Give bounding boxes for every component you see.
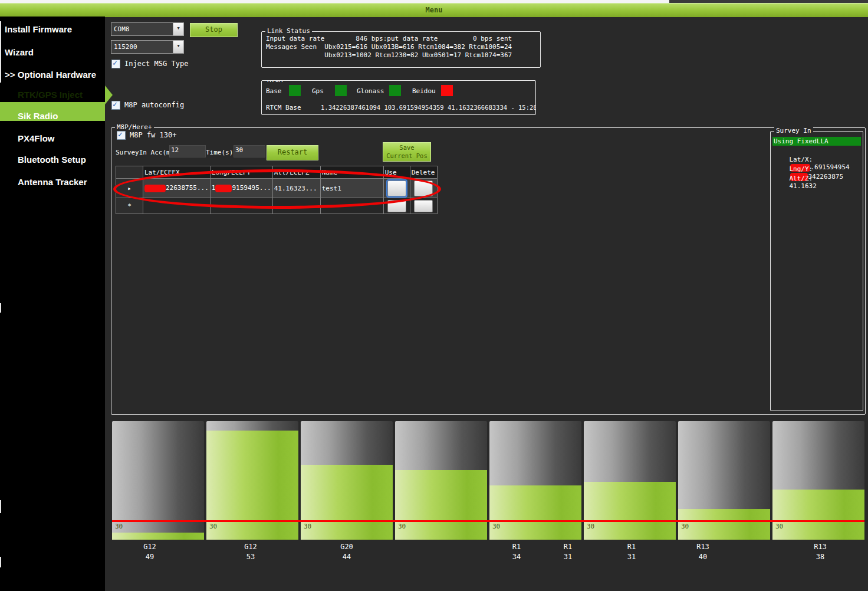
delete-button[interactable] [414, 200, 433, 212]
table-new-row[interactable]: * [116, 198, 438, 214]
header-use[interactable]: Use [383, 166, 410, 179]
cell-lat-empty[interactable] [143, 198, 211, 214]
cell-alt-empty[interactable] [272, 198, 320, 214]
cell-delete [410, 179, 437, 198]
link-status-line2: Messages Seen Ubx0215=616 Ubx013B=616 Rt… [266, 43, 512, 51]
sidebar-item-bluetooth-setup[interactable]: Bluetooth Setup [18, 155, 86, 165]
inject-msg-type-checkbox[interactable]: ✓ [111, 60, 120, 68]
cell-long-empty[interactable] [210, 198, 272, 214]
sidebar-item-optional-hardware[interactable]: >> Optional Hardware [5, 70, 96, 80]
snr-bar-green-fill [772, 490, 864, 540]
cell-long-prefix: 1 [212, 184, 216, 192]
header-delete[interactable]: Delete [410, 166, 437, 179]
survey-alt-label: Alt/Z: [790, 175, 813, 182]
link-status-title: Link Status [265, 27, 312, 35]
cell-long-text: 9159495... [232, 184, 271, 192]
cell-alt[interactable]: 41.16323... [272, 179, 320, 198]
header-row-selector [116, 166, 143, 179]
m8p-fw-130-checkbox[interactable]: ✓ [117, 131, 126, 140]
snr-bar-green-fill [301, 465, 393, 540]
com-port-value: COM8 [111, 23, 173, 35]
cell-delete [410, 198, 437, 214]
snr-bar-green-fill [489, 485, 581, 540]
restart-button[interactable]: Restart [267, 145, 318, 160]
chevron-down-icon[interactable]: ▼ [173, 23, 183, 35]
inject-msg-type-label: Inject MSG Type [124, 60, 188, 68]
sat-snr-label: 38 [816, 553, 824, 561]
sat-snr-label: 31 [564, 553, 572, 561]
sidebar-item-rtk-gps-inject[interactable]: RTK/GPS Inject [18, 90, 83, 100]
snr-threshold-line [112, 520, 864, 522]
stop-button[interactable]: Stop [190, 23, 238, 37]
chevron-down-icon[interactable]: ▼ [173, 41, 183, 53]
menu-bar-title: Menu [0, 4, 868, 17]
rtcm-status-square-base [289, 85, 301, 96]
m8p-autoconfig-checkbox[interactable]: ✓ [111, 101, 120, 110]
rtcm-title: RTCM [265, 80, 285, 84]
time-input[interactable]: 30 [234, 145, 265, 157]
sat-snr-label: 31 [627, 553, 636, 561]
cell-name-empty[interactable] [320, 198, 383, 214]
cell-name[interactable]: test1 [320, 179, 383, 198]
menu-bar[interactable]: Menu [0, 3, 868, 17]
rtcm-groupbox: RTCM BaseGpsGlonassBeidou RTCM Base 1.34… [261, 80, 536, 115]
header-lat-ecefx[interactable]: Lat/ECEFX [143, 166, 211, 179]
redaction-blob [215, 185, 232, 192]
header-long-ecefy[interactable]: Long/ECEFY [210, 166, 272, 179]
sat-snr-label: 40 [699, 553, 707, 561]
table-row[interactable]: ▸ 22638755... 19159495... 41.16323... te… [116, 179, 438, 198]
snr-bar-green-fill [678, 509, 770, 540]
m8p-fw-130-label: M8P fw 130+ [130, 131, 176, 139]
cell-long[interactable]: 19159495... [210, 179, 272, 198]
snr-threshold-label: 30 [209, 523, 217, 530]
use-button[interactable] [387, 200, 406, 212]
window-left-edge [0, 557, 1, 567]
snr-threshold-label: 30 [492, 523, 500, 530]
sat-snr-label: 44 [343, 553, 351, 561]
baud-rate-dropdown[interactable]: 115200 ▼ [111, 40, 184, 54]
link-status-line1: Input data rate 846 bps:put data rate 0 … [266, 35, 512, 42]
snr-threshold-label: 30 [115, 523, 123, 530]
positions-table: Lat/ECEFX Long/ECEFY Alt/ECEFZ Name Use … [116, 166, 438, 214]
cell-lat[interactable]: 22638755... [143, 179, 211, 198]
snr-bar-green-fill [206, 431, 298, 540]
sidebar-item-install-firmware[interactable]: Install Firmware [5, 24, 72, 34]
sidebar-item-px4flow[interactable]: PX4Flow [18, 133, 55, 143]
sidebar-item-sik-radio[interactable]: Sik Radio [18, 111, 58, 121]
sat-id-label: R1 [512, 543, 521, 551]
surveyin-acc-input[interactable]: 12 [169, 145, 206, 157]
snr-bar-green-fill [112, 533, 204, 540]
survey-in-title: Survey In [774, 127, 813, 134]
sidebar-item-wizard[interactable]: Wizard [5, 47, 34, 57]
link-status-groupbox: Link Status Input data rate 846 bps:put … [261, 31, 541, 68]
surveyin-acc-label: SurveyIn Acc(m) [116, 149, 174, 156]
sidebar-item-antenna-tracker[interactable]: Antenna Tracker [18, 177, 87, 187]
snr-bar-green-fill [395, 470, 487, 540]
snr-threshold-label: 30 [304, 523, 311, 530]
save-current-pos-button[interactable]: Save Current Pos [383, 142, 431, 162]
sat-id-label: G12 [244, 543, 257, 551]
save-current-pos-label-line2: Current Pos [383, 152, 430, 160]
row-current-marker: ▸ [116, 179, 143, 198]
sidebar-menu: Install FirmwareWizard>> Optional Hardwa… [0, 17, 105, 591]
survey-alt-value: 41.1632 [790, 182, 817, 190]
redaction-blob [144, 185, 166, 192]
sat-snr-label: 53 [246, 553, 255, 561]
window-left-edge [0, 500, 1, 513]
delete-button[interactable] [414, 180, 433, 196]
window-left-edge [0, 21, 1, 83]
sat-id-label: R13 [696, 543, 709, 551]
cell-lat-text: 22638755... [166, 184, 209, 192]
cell-use [383, 198, 410, 214]
use-button[interactable] [387, 180, 406, 196]
table-header-row: Lat/ECEFX Long/ECEFY Alt/ECEFZ Name Use … [116, 166, 438, 179]
m8p-fw-checkbox-row: ✓ M8P fw 130+ [117, 131, 176, 140]
time-label: Time(s) [206, 149, 233, 156]
sat-id-label: R13 [814, 543, 827, 551]
rtcm-status-square-glonass [389, 85, 401, 96]
header-alt-ecefz[interactable]: Alt/ECEFZ [272, 166, 320, 179]
header-name[interactable]: Name [320, 166, 383, 179]
com-port-dropdown[interactable]: COM8 ▼ [111, 22, 184, 36]
snr-threshold-label: 30 [398, 523, 406, 530]
save-current-pos-label-line1: Save [383, 143, 430, 152]
